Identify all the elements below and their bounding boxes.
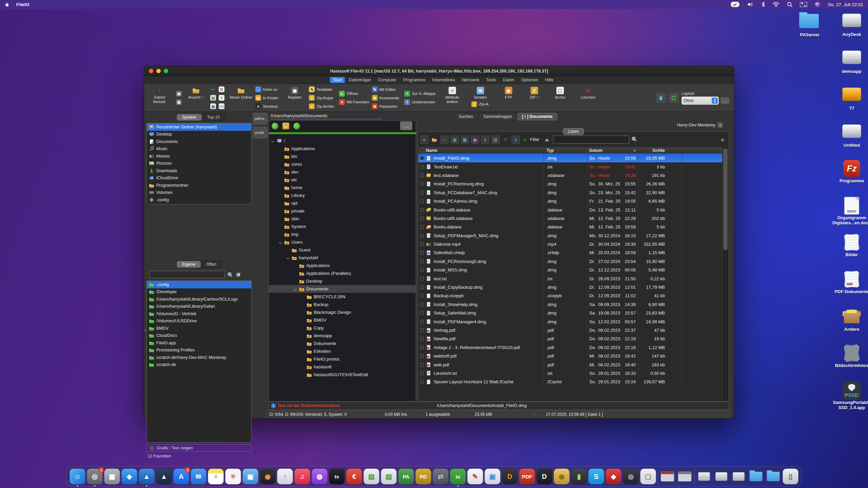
ribbon-button-kommando[interactable]: ⚙Kommando bbox=[372, 94, 399, 102]
ribbon-tab-netzwerk[interactable]: Netzwerk bbox=[459, 77, 482, 83]
dock-xcode-beta-icon[interactable]: ▲ bbox=[156, 469, 172, 484]
ribbon-tab-internetlinks[interactable]: Internetlinks bbox=[429, 77, 458, 83]
row-checkbox[interactable] bbox=[418, 277, 425, 281]
row-checkbox[interactable] bbox=[418, 242, 425, 246]
volume-icon[interactable] bbox=[747, 1, 754, 7]
favorites-tab-offen[interactable]: Offen bbox=[201, 261, 222, 268]
tree-item-opt[interactable]: opt bbox=[269, 199, 416, 207]
file-row-backup-xcopyb[interactable]: Backup.xcopyb.xcopybDi.12.09.202311:0241… bbox=[418, 291, 722, 300]
row-checkbox[interactable] bbox=[418, 354, 425, 358]
dock-diamond-app-icon[interactable]: ◆ bbox=[606, 469, 622, 484]
control-center-icon[interactable] bbox=[800, 1, 807, 7]
row-checkbox[interactable] bbox=[418, 225, 425, 229]
ribbon-tab-hilfe[interactable]: Hilfe bbox=[542, 77, 556, 83]
row-checkbox[interactable] bbox=[418, 380, 425, 384]
ribbon-button-zip-kopie[interactable]: ZZip-Kopie bbox=[309, 94, 334, 102]
ribbon-button-löschen[interactable]: ✕Löschen bbox=[577, 85, 600, 110]
desktop-icon-andere[interactable]: Andere bbox=[831, 308, 868, 332]
row-checkbox[interactable] bbox=[418, 251, 425, 255]
favorite-item--users-harrystahl-library-caches-scl-logs[interactable]: /Users/harrystahl/Library/Caches/SCL/Log… bbox=[147, 296, 251, 303]
file-row-install-pcrechnung-dmg[interactable]: Install_PCRechnung.dmg.dmgSo.30. Mrz. 25… bbox=[418, 180, 722, 188]
dock-sync-app-icon[interactable]: ⇄ bbox=[433, 469, 449, 484]
ribbon-button-in-finder[interactable]: ◎In Finder bbox=[255, 94, 278, 102]
row-checkbox[interactable] bbox=[418, 337, 425, 341]
tree-item-system[interactable]: System bbox=[269, 223, 416, 230]
ribbon-button-umbenennen[interactable]: IUmbenennen bbox=[404, 98, 435, 106]
tree-item-etc[interactable]: etc bbox=[269, 176, 416, 184]
dock-drive-device-2-icon[interactable] bbox=[714, 469, 729, 484]
file-row-install-pdfmanager4-dmg[interactable]: Install_PDFManager4.dmg.dmgSo.12.02.2023… bbox=[418, 317, 722, 326]
tree-item-guest[interactable]: Guest bbox=[269, 246, 416, 254]
ribbon-button-attribute-ändern[interactable]: ≡Attribute ändern bbox=[441, 85, 464, 110]
file-row-install-showhelp-dmg[interactable]: Install_ShowHelp.dmg.dmgSa.09.09.202314:… bbox=[418, 300, 722, 309]
row-checkbox[interactable] bbox=[418, 260, 425, 263]
ribbon-icon-button-doc-v[interactable]: V bbox=[219, 94, 224, 102]
file-row-setup-pcdatabase7-mac-dmg[interactable]: Setup_PCDatabase7_MAC.dmg.dmgSo.23. Mrz.… bbox=[418, 188, 722, 197]
layout-more-button[interactable]: … bbox=[721, 97, 729, 104]
ribbon-button-archiv[interactable]: ▢Archiv bbox=[549, 85, 572, 110]
ribbon-button-neuer-ordner[interactable]: Neuer Ordner bbox=[230, 85, 253, 110]
file-tab--documents[interactable]: [ / ] Documents bbox=[517, 113, 557, 120]
tree-item-dokumente[interactable]: Dokumente bbox=[269, 340, 416, 347]
system-item--config[interactable]: .config bbox=[147, 196, 251, 204]
ribbon-tab-optionen[interactable]: Optionen bbox=[518, 77, 541, 83]
ribbon-icon-button-cut[interactable]: ✂ bbox=[210, 86, 216, 93]
row-checkbox[interactable] bbox=[418, 311, 425, 315]
row-checkbox[interactable] bbox=[418, 371, 425, 375]
favorite-item-clouddocs[interactable]: CloudDocs bbox=[147, 332, 251, 340]
refresh-icon[interactable] bbox=[669, 93, 679, 103]
dock-d-app-black-icon[interactable]: D bbox=[537, 469, 552, 484]
path-more-button[interactable]: … bbox=[400, 121, 412, 130]
file-row-testdraw-txt[interactable]: TestDraw.txt.txtSo.Heute15:423 kb bbox=[418, 162, 722, 171]
tree-item-backup[interactable]: Backup bbox=[269, 301, 416, 308]
file-row-install-copybackup-dmg[interactable]: Install_CopyBackup.dmg.dmgDi.12.09.20231… bbox=[418, 283, 722, 291]
select-column-header[interactable] bbox=[418, 148, 425, 152]
tree-item-sbin[interactable]: sbin bbox=[269, 215, 416, 223]
favorite-item--volumes-uusddrive[interactable]: /Volumes/UUSDDrive bbox=[147, 318, 251, 325]
tree-item-cores[interactable]: cores bbox=[269, 160, 416, 168]
tree-item-users[interactable]: Users bbox=[269, 238, 416, 246]
ribbon-tab-tools[interactable]: Tools bbox=[483, 77, 499, 83]
ribbon-button-zip-archiv[interactable]: ZZip-Archiv bbox=[309, 103, 334, 110]
ribbon-button-senden[interactable]: ✉SendenZZip-A. bbox=[469, 85, 492, 110]
system-item-downloads[interactable]: Downloads bbox=[147, 167, 251, 175]
dock-euro-app-icon[interactable]: € bbox=[347, 469, 362, 484]
system-item-iclouddrive[interactable]: iCloudDrive bbox=[147, 175, 251, 182]
ribbon-button-register[interactable]: ▣Register bbox=[283, 85, 306, 110]
expand-arrow-icon[interactable] bbox=[278, 241, 282, 243]
folder-icon[interactable] bbox=[430, 136, 438, 144]
row-checkbox[interactable] bbox=[418, 156, 425, 160]
desktop-icon-bildschirmfotos[interactable]: Bildschirmfotos bbox=[831, 345, 868, 368]
expand-arrow-icon[interactable] bbox=[293, 288, 297, 290]
ribbon-button-zuletzt-benutzt[interactable]: ◔Zuletzt benutzt bbox=[148, 85, 171, 110]
forward-button[interactable]: → bbox=[293, 123, 300, 129]
row-checkbox[interactable] bbox=[418, 199, 425, 203]
system-item-pictures[interactable]: Pictures bbox=[147, 160, 251, 167]
dock-trash-icon[interactable]: ▯ bbox=[783, 469, 798, 484]
favorite-item-provisioning-profiles[interactable]: Provisioning Profiles bbox=[147, 347, 251, 354]
active-app-name[interactable]: FileIO bbox=[16, 2, 29, 7]
file-row-diakonie-mp4[interactable]: Diakonie.mp4.mp4Di.30.04.202419:39152,55… bbox=[418, 240, 722, 248]
tree-item-desktop[interactable]: Desktop bbox=[269, 277, 416, 285]
vertical-scrollbar[interactable] bbox=[722, 147, 728, 401]
file-row-anlage-2-3-referentenentwurf-itsg20-pdf[interactable]: Anlage 2 - 3. Referentenentwurf ITSG20.p… bbox=[418, 343, 722, 352]
file-row-spuren-layout-hochkant-12-blatt-fcache[interactable]: Spuren Layout Hochkant 12 Blatt.fCache.f… bbox=[418, 378, 722, 386]
ribbon-icon-button-pane-bottom[interactable]: ▥ bbox=[176, 98, 182, 106]
dock-textedit-app-icon[interactable]: ✎ bbox=[468, 469, 483, 484]
dock-coins-app-icon[interactable]: ◉ bbox=[554, 469, 570, 484]
filter-check-icon[interactable]: ✓ bbox=[440, 136, 449, 144]
favorite-item-fileio-app[interactable]: FileIO.app bbox=[147, 339, 251, 347]
tree-item-private[interactable]: private bbox=[269, 207, 416, 215]
favorite-item--config[interactable]: .config bbox=[147, 281, 251, 288]
tree-item-copy[interactable]: Copy bbox=[269, 324, 416, 332]
search-icon[interactable] bbox=[226, 271, 233, 278]
tree-view-icon[interactable]: ≡ bbox=[420, 136, 428, 144]
desktop-icon-pdf-dokumente[interactable]: PDF-Dokumente bbox=[831, 271, 868, 294]
ribbon-tab-datenträger[interactable]: Datenträger bbox=[346, 77, 374, 83]
dock-documents-folder-icon[interactable] bbox=[766, 469, 781, 484]
dock-box-app-icon[interactable]: ▢ bbox=[640, 469, 656, 484]
dock-drive-device-3-icon[interactable] bbox=[731, 469, 747, 484]
zoom-button[interactable] bbox=[164, 69, 168, 73]
menu-bar-clock[interactable]: So. 27. Juli 22:01 bbox=[828, 2, 863, 7]
view-tab-listen[interactable]: Listen bbox=[563, 128, 584, 135]
